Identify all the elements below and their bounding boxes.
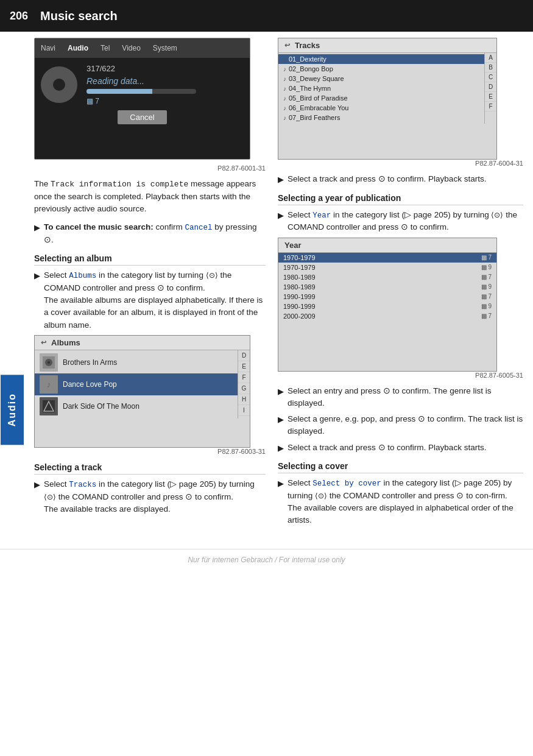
progress-bar bbox=[86, 89, 152, 94]
screen4-caption: P82.87-6005-31 bbox=[278, 372, 523, 379]
track-alpha: A B C D E F bbox=[484, 53, 496, 124]
album-alpha: D E F G H I bbox=[238, 350, 250, 419]
confirm-track: ⊙ bbox=[185, 492, 192, 501]
track-name-3: 03_Dewey Square bbox=[289, 75, 344, 82]
alpha-E2: E bbox=[485, 92, 496, 102]
track-item-6: ♪ 06_Embracable You bbox=[278, 103, 484, 113]
year-count-3: ▩ 7 bbox=[481, 274, 492, 280]
right-track-bullet: ▶ Select a track and press ⊙ to confirm.… bbox=[278, 173, 523, 186]
year-count-4: ▩ 9 bbox=[481, 283, 492, 290]
year-label-7: 2000-2009 bbox=[283, 313, 316, 320]
album-name-1: Brothers In Arms bbox=[63, 358, 117, 367]
tracks-items: ♪ 01_Dexterity ♪ 02_Bongo Bop ♪ 03_Dewey… bbox=[278, 53, 484, 124]
year-after-text-2: Select a genre, e.g. pop, and press ⊙ to… bbox=[288, 413, 523, 438]
track-item-3: ♪ 03_Dewey Square bbox=[278, 74, 484, 83]
track-item-2: ♪ 02_Bongo Bop bbox=[278, 64, 484, 74]
track-item-5: ♪ 05_Bird of Paradise bbox=[278, 93, 484, 103]
sidebar-audio-label: Audio bbox=[1, 375, 24, 445]
year-item-5: 1990-1999 ▩ 7 bbox=[278, 292, 496, 302]
bullet-arrow-album: ▶ bbox=[34, 270, 40, 282]
confirm-ya2: ⊙ bbox=[418, 414, 425, 423]
tracks-screen-header: ↩ Tracks bbox=[278, 38, 496, 53]
bullet-arrow-rt: ▶ bbox=[278, 174, 284, 186]
album-item-3: Dark Side Of The Moon bbox=[35, 395, 238, 417]
track-name-2: 02_Bongo Bop bbox=[289, 65, 333, 72]
album-item-2: ♪ Dance Love Pop bbox=[35, 373, 238, 395]
track-num: ▩ 7 bbox=[86, 97, 196, 105]
year-after-bullet-3: ▶ Select a track and press ⊙ to confirm.… bbox=[278, 442, 523, 454]
reading-data-screen: Navi Audio Tel Video System 317/622 Read… bbox=[34, 38, 250, 160]
tracks-back-icon: ↩ bbox=[284, 41, 290, 49]
alpha-F2: F bbox=[485, 102, 496, 111]
albums-screen-header: ↩ Albums bbox=[35, 336, 250, 350]
track-note-4: ♪ bbox=[283, 85, 286, 92]
bullet-arrow-track: ▶ bbox=[34, 479, 40, 491]
section-cover-heading: Selecting a cover bbox=[278, 461, 523, 473]
page-header: 206 Music search bbox=[0, 0, 533, 32]
year-after-bullet-2: ▶ Select a genre, e.g. pop, and press ⊙ … bbox=[278, 413, 523, 438]
bullet-arrow-cover: ▶ bbox=[278, 478, 284, 490]
text-block-1: The Track information is complete messag… bbox=[34, 178, 266, 215]
tracks-code: Tracks bbox=[69, 481, 96, 489]
footer: Nur für internen Gebrauch / For internal… bbox=[0, 549, 533, 570]
section-year-heading: Selecting a year of publication bbox=[278, 193, 523, 205]
album-detail: The available albums are displayed alpha… bbox=[44, 295, 263, 330]
albums-header-label: Albums bbox=[51, 338, 80, 347]
cancel-label: To cancel the music search: bbox=[44, 222, 154, 231]
year-screen: Year 1970-1979 ▩ 7 1970-1979 ▩ 9 1980-19… bbox=[278, 238, 497, 372]
year-label-6: 1990-1999 bbox=[283, 303, 316, 310]
track-name-7: 07_Bird Feathers bbox=[289, 114, 340, 121]
cover-code: Select by cover bbox=[312, 479, 381, 488]
nav-bar: Navi Audio Tel Video System bbox=[35, 38, 250, 58]
year-item-4: 1980-1989 ▩ 9 bbox=[278, 282, 496, 292]
screen3-caption: P82.87-6003-31 bbox=[34, 448, 266, 455]
confirm-year: ⊙ bbox=[401, 222, 408, 231]
ctrl-symbol-cover: ⟨⊙⟩ bbox=[315, 490, 327, 501]
track-detail: The available tracks are displayed. bbox=[44, 504, 171, 514]
year-count-2: ▩ 9 bbox=[481, 264, 492, 270]
cancel-button-screen[interactable]: Cancel bbox=[118, 110, 166, 124]
track-name-6: 06_Embracable You bbox=[289, 104, 348, 111]
album-name-2: Dance Love Pop bbox=[63, 380, 117, 389]
track-item-4: ♪ 04_The Hymn bbox=[278, 83, 484, 93]
track-note-5: ♪ bbox=[283, 95, 286, 102]
year-item-3: 1980-1989 ▩ 7 bbox=[278, 272, 496, 282]
nav-navi: Navi bbox=[41, 44, 55, 52]
main-content: Navi Audio Tel Video System 317/622 Read… bbox=[24, 32, 533, 537]
alpha-F: F bbox=[238, 372, 250, 383]
nav-video: Video bbox=[122, 44, 140, 52]
alpha-D: D bbox=[238, 350, 250, 361]
ctrl-symbol-track: ⟨⊙⟩ bbox=[44, 492, 56, 503]
album-cover-1 bbox=[40, 353, 58, 372]
alpha-A: A bbox=[485, 53, 496, 63]
alpha-H: H bbox=[238, 394, 250, 405]
year-item-6: 1990-1999 ▩ 9 bbox=[278, 302, 496, 311]
year-code: Year bbox=[312, 211, 331, 220]
track-note-1: ♪ bbox=[283, 56, 286, 63]
track-item-1: ♪ 01_Dexterity bbox=[278, 54, 484, 64]
bullet-arrow-ya2: ▶ bbox=[278, 414, 284, 426]
alpha-C: C bbox=[485, 72, 496, 82]
tracks-header-label: Tracks bbox=[295, 41, 320, 50]
nav-audio: Audio bbox=[68, 44, 88, 52]
albums-items: Brothers In Arms ♪ Dance Love Pop bbox=[35, 350, 238, 419]
year-item-1: 1970-1979 ▩ 7 bbox=[278, 253, 496, 263]
footer-text: Nur für internen Gebrauch / For internal… bbox=[188, 556, 345, 564]
year-after-text-3: Select a track and press ⊙ to confirm. P… bbox=[288, 442, 523, 454]
top-section: Navi Audio Tel Video System 317/622 Read… bbox=[34, 38, 523, 531]
tracks-list-container: ♪ 01_Dexterity ♪ 02_Bongo Bop ♪ 03_Dewey… bbox=[278, 53, 496, 124]
year-after-bullet-1: ▶ Select an entry and press ⊙ to confirm… bbox=[278, 385, 523, 410]
year-bullet: ▶ Select Year in the category list (▷ pa… bbox=[278, 209, 523, 234]
albums-code: Albums bbox=[69, 272, 96, 280]
year-count-7: ▩ 7 bbox=[481, 313, 492, 319]
confirm-symbol: ⊙ bbox=[44, 235, 51, 244]
track-note-6: ♪ bbox=[283, 105, 286, 111]
section-track-heading: Selecting a track bbox=[34, 462, 266, 475]
alpha-G: G bbox=[238, 383, 250, 394]
cover-bullet: ▶ Select Select by cover in the category… bbox=[278, 477, 523, 527]
year-screen-header: Year bbox=[278, 238, 496, 253]
track-text: Select Tracks in the category list (▷ pa… bbox=[44, 478, 266, 515]
year-item-7: 2000-2009 ▩ 7 bbox=[278, 311, 496, 321]
year-after-text-1: Select an entry and press ⊙ to confirm. … bbox=[288, 385, 523, 410]
alpha-E: E bbox=[238, 361, 250, 372]
